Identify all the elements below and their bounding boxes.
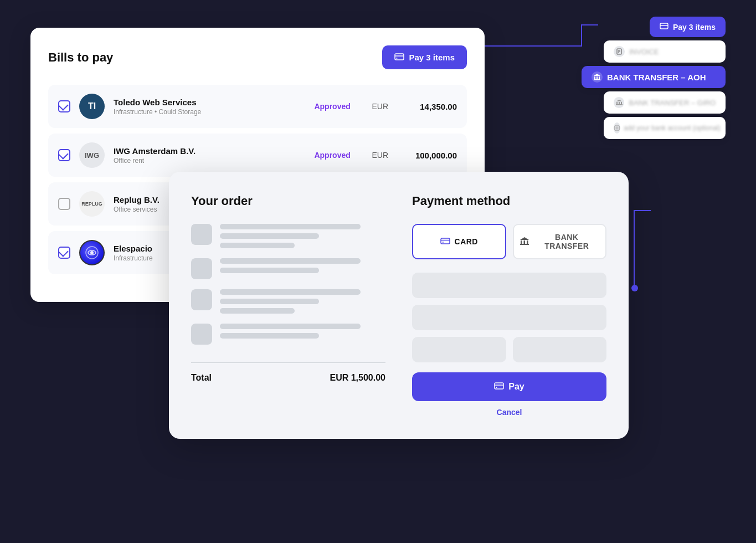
payment-section: Payment method CARD — [412, 194, 606, 417]
payment-form-fields — [412, 273, 606, 362]
checkbox-replug[interactable] — [58, 198, 70, 210]
total-amount: EUR 1,500.00 — [330, 373, 385, 383]
order-item-4 — [191, 324, 385, 345]
order-title: Your order — [191, 194, 385, 208]
dropdown-invoice[interactable]: INVOICE — [604, 40, 726, 63]
dropdown-add-bank-label: add your bank account (optional) — [624, 124, 721, 132]
bill-sub-iwg: Office rent — [114, 157, 305, 165]
svg-rect-9 — [599, 76, 600, 79]
svg-point-1 — [397, 58, 398, 59]
bill-name-iwg: IWG Amsterdam B.V. — [114, 146, 305, 156]
bank-icon-giro — [614, 97, 624, 108]
svg-rect-19 — [523, 240, 525, 244]
bill-sub-toledo: Infrastructure • Could Storage — [114, 108, 305, 116]
svg-rect-0 — [395, 54, 404, 60]
card-expiry-cvv-row — [412, 337, 606, 362]
svg-rect-18 — [521, 240, 522, 244]
order-line — [220, 333, 319, 339]
order-total: Total EUR 1,500.00 — [191, 362, 385, 383]
avatar-elespacio — [79, 240, 105, 265]
order-thumbnail-3 — [191, 289, 212, 310]
bank-transfer-label: BANK TRANSFER — [534, 233, 600, 250]
bill-row-iwg: IWG IWG Amsterdam B.V. Office rent Appro… — [48, 134, 467, 177]
card-label: CARD — [455, 237, 478, 246]
dropdown-invoice-label: INVOICE — [629, 48, 659, 56]
dropdown-add-bank[interactable]: add your bank account (optional) — [604, 117, 726, 139]
bill-status-toledo: Approved — [314, 102, 358, 111]
svg-rect-21 — [520, 244, 529, 245]
pay-action-button[interactable]: Pay — [412, 372, 606, 401]
bank-icon-aoh — [592, 71, 603, 83]
connector-dot — [631, 285, 638, 291]
svg-rect-22 — [495, 383, 503, 389]
order-item-1 — [191, 224, 385, 248]
order-thumbnail-4 — [191, 324, 212, 345]
card-icon — [440, 237, 450, 247]
card-expiry-field[interactable] — [412, 337, 506, 362]
invoice-icon — [614, 46, 625, 57]
avatar-toledo: TI — [79, 94, 105, 119]
order-line — [220, 243, 295, 248]
order-line — [220, 224, 361, 229]
order-items-list — [191, 224, 385, 345]
svg-rect-10 — [594, 79, 600, 80]
card-method-button[interactable]: CARD — [412, 224, 506, 259]
bill-amount-iwg: 100,000.00 — [402, 151, 457, 160]
dropdown-active-label: Pay 3 items — [673, 23, 716, 32]
dropdown-bank-transfer-aoh-label: BANK TRANSFER – AOH — [607, 73, 706, 82]
cancel-button[interactable]: Cancel — [412, 408, 606, 417]
pay-action-label: Pay — [508, 382, 524, 392]
order-line — [220, 289, 361, 295]
bill-currency-iwg: EUR — [372, 151, 388, 160]
svg-rect-13 — [621, 102, 622, 104]
bill-amount-toledo: 14,350.00 — [402, 102, 457, 111]
svg-point-23 — [496, 387, 497, 388]
dropdown-bank-giro-label: BANK TRANSFER – GIRO — [629, 99, 716, 107]
bank-transfer-method-button[interactable]: BANK TRANSFER — [513, 224, 607, 259]
order-line — [220, 324, 361, 329]
svg-rect-8 — [596, 76, 598, 79]
order-line — [220, 308, 295, 314]
svg-rect-12 — [619, 102, 620, 104]
dropdown-active-item[interactable]: Pay 3 items — [650, 17, 726, 37]
svg-point-4 — [90, 251, 94, 254]
order-line — [220, 233, 319, 239]
bill-name-toledo: Toledo Web Services — [114, 98, 305, 107]
bills-title: Bills to pay — [48, 50, 113, 65]
pay-icon — [394, 52, 404, 63]
card-number-field[interactable] — [412, 273, 606, 298]
svg-rect-11 — [616, 102, 618, 104]
order-thumbnail-2 — [191, 258, 212, 279]
total-label: Total — [191, 373, 212, 383]
payment-title: Payment method — [412, 194, 606, 208]
avatar-iwg: IWG — [79, 142, 105, 168]
order-line — [220, 268, 319, 273]
pay-action-icon — [494, 381, 504, 392]
bills-header: Bills to pay Pay 3 items — [48, 45, 467, 69]
bank-icon — [520, 237, 529, 247]
pay-button-label: Pay 3 items — [409, 53, 455, 62]
card-name-field[interactable] — [412, 305, 606, 330]
svg-rect-5 — [660, 23, 668, 29]
order-line — [220, 258, 361, 264]
checkbox-iwg[interactable] — [58, 149, 70, 161]
bill-status-iwg: Approved — [314, 151, 358, 160]
dropdown-area: Pay 3 items INVOICE BANK TRANSFER – AOH … — [582, 17, 726, 139]
bill-row-toledo: TI Toledo Web Services Infrastructure • … — [48, 85, 467, 128]
pay-items-button[interactable]: Pay 3 items — [382, 45, 467, 69]
order-line — [220, 299, 319, 304]
svg-rect-14 — [616, 104, 623, 105]
add-bank-icon — [614, 122, 620, 134]
payment-method-tabs: CARD BANK TRANSFER — [412, 224, 606, 259]
payment-modal: Your order — [169, 172, 629, 439]
order-section: Your order — [191, 194, 385, 417]
checkbox-elespacio[interactable] — [58, 247, 70, 259]
avatar-replug: REPLUG — [79, 191, 105, 217]
bill-currency-toledo: EUR — [372, 102, 388, 111]
dropdown-bank-transfer-aoh[interactable]: BANK TRANSFER – AOH — [582, 66, 726, 88]
card-cvv-field[interactable] — [513, 337, 607, 362]
svg-rect-7 — [594, 76, 595, 79]
checkbox-toledo[interactable] — [58, 100, 70, 112]
dropdown-bank-transfer-giro[interactable]: BANK TRANSFER – GIRO — [604, 91, 726, 114]
svg-rect-20 — [527, 240, 528, 244]
